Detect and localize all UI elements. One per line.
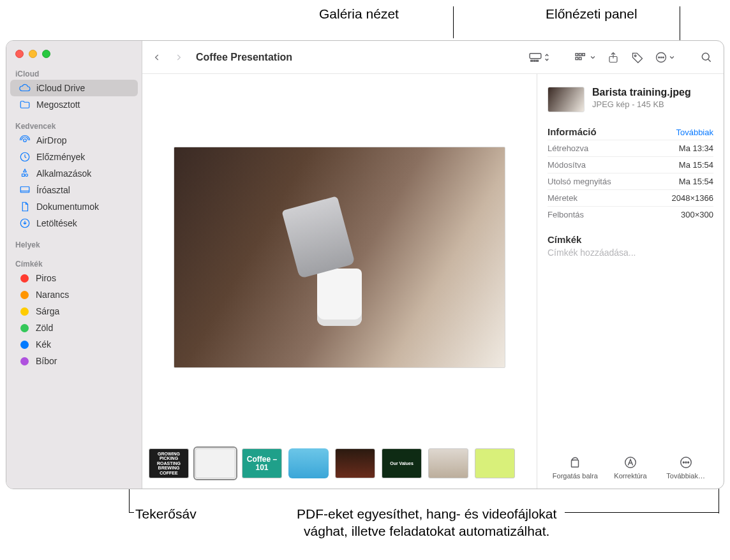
action-label: Forgatás balra	[553, 472, 598, 480]
info-value: Ma 15:54	[679, 177, 713, 186]
tag-dot-icon	[20, 324, 29, 332]
sidebar-item-label: Íróasztal	[36, 185, 70, 195]
sidebar-tag-orange[interactable]: Narancs	[10, 286, 138, 303]
svg-point-19	[702, 53, 709, 60]
svg-rect-8	[576, 53, 578, 55]
callout-thumb-strip: Tekerősáv	[135, 505, 197, 522]
sidebar-tag-red[interactable]: Piros	[10, 270, 138, 286]
thumbnail-item[interactable]: GROWING PICKING ROASTING BREWING COFFEE	[149, 448, 189, 478]
sidebar-item-recents[interactable]: Előzmények	[10, 149, 138, 165]
toolbar: Coffee Presentation	[142, 41, 724, 74]
sidebar-item-label: Dokumentumok	[36, 202, 99, 212]
preview-info-section: Információ Továbbiak	[548, 126, 713, 140]
svg-rect-12	[579, 57, 581, 60]
svg-point-25	[687, 462, 689, 463]
sidebar-item-label: Előzmények	[36, 152, 85, 162]
sidebar-item-documents[interactable]: Dokumentumok	[10, 198, 138, 215]
info-row: Méretek 2048×1366	[548, 189, 713, 206]
close-button[interactable]	[15, 50, 24, 58]
info-key: Méretek	[548, 193, 577, 203]
sidebar-section-icloud: iCloud	[6, 66, 142, 80]
info-value: 300×300	[681, 210, 713, 219]
preview-actions: Forgatás balra Korrektúra Továbbiak…	[548, 449, 713, 482]
thumbnail-item-selected[interactable]	[195, 448, 235, 478]
svg-rect-7	[537, 60, 539, 61]
download-icon	[19, 217, 31, 229]
preview-header: Barista training.jpeg JPEG kép - 145 KB	[548, 87, 713, 112]
thumbnail-strip[interactable]: GROWING PICKING ROASTING BREWING COFFEE …	[142, 441, 537, 489]
zoom-button[interactable]	[42, 50, 50, 58]
sidebar-section-locations: Helyek	[6, 237, 142, 251]
callout-line	[453, 6, 454, 38]
sidebar-item-downloads[interactable]: Letöltések	[10, 215, 138, 232]
action-markup[interactable]: Korrektúra	[605, 455, 656, 480]
sidebar-item-label: AirDrop	[36, 135, 66, 145]
preview-subtitle: JPEG kép - 145 KB	[592, 99, 691, 109]
svg-point-16	[659, 57, 660, 58]
gallery-column: GROWING PICKING ROASTING BREWING COFFEE …	[142, 74, 537, 489]
gallery-main-preview[interactable]	[142, 74, 537, 441]
svg-point-23	[683, 462, 684, 463]
thumbnail-item-folder[interactable]	[288, 448, 329, 478]
thumbnail-label: Coffee – 101	[242, 455, 281, 471]
tag-dot-icon	[20, 291, 29, 299]
thumbnail-item[interactable]	[428, 448, 468, 478]
svg-rect-10	[583, 53, 585, 55]
action-more[interactable]: Továbbiak…	[660, 455, 711, 480]
callout-text: vághat, illetve feladatokat automatizálh…	[304, 524, 549, 538]
info-key: Módosítva	[548, 160, 586, 170]
sidebar-item-applications[interactable]: Alkalmazások	[10, 165, 138, 182]
more-button[interactable]	[652, 48, 678, 66]
svg-rect-4	[530, 53, 541, 58]
sidebar-item-icloud-drive[interactable]: iCloud Drive	[10, 80, 138, 96]
preview-tags-input[interactable]: Címkék hozzáadása...	[548, 247, 713, 258]
finder-window: iCloud iCloud Drive Megosztott Kedvencek…	[6, 40, 724, 489]
sidebar-item-label: Kék	[36, 339, 51, 350]
tag-dot-icon	[20, 357, 29, 365]
share-button[interactable]	[604, 48, 623, 66]
cloud-icon	[19, 82, 31, 94]
thumbnail-item[interactable]	[335, 448, 375, 478]
thumbnail-item[interactable]: Our Values	[382, 448, 422, 478]
sidebar-item-desktop[interactable]: Íróasztal	[10, 182, 138, 198]
doc-icon	[19, 201, 31, 212]
info-row: Utolsó megnyitás Ma 15:54	[548, 173, 713, 189]
more-icon	[679, 455, 693, 469]
sidebar-tag-green[interactable]: Zöld	[10, 320, 138, 336]
sidebar-item-label: Alkalmazások	[36, 168, 91, 179]
view-gallery-button[interactable]	[526, 48, 553, 66]
thumbnail-item[interactable]: Coffee – 101	[242, 448, 282, 478]
sidebar-item-label: Bíbor	[36, 356, 57, 366]
rotate-left-icon	[568, 455, 582, 469]
sidebar: iCloud iCloud Drive Megosztott Kedvencek…	[6, 41, 142, 489]
group-button[interactable]	[572, 48, 599, 66]
callout-line	[719, 485, 719, 513]
sidebar-tag-purple[interactable]: Bíbor	[10, 353, 138, 369]
minimize-button[interactable]	[29, 50, 37, 58]
info-key: Felbontás	[548, 210, 584, 219]
search-button[interactable]	[697, 48, 716, 66]
info-row: Létrehozva Ma 13:34	[548, 140, 713, 156]
preview-thumbnail	[548, 87, 585, 112]
sidebar-item-shared[interactable]: Megosztott	[10, 96, 138, 113]
preview-more-link[interactable]: Továbbiak	[676, 128, 713, 137]
sidebar-item-label: iCloud Drive	[36, 83, 85, 93]
preview-panel: Barista training.jpeg JPEG kép - 145 KB …	[537, 74, 724, 489]
svg-point-0	[24, 139, 27, 142]
sidebar-item-label: Megosztott	[36, 99, 80, 110]
nav-forward-button[interactable]	[170, 49, 187, 66]
info-value: Ma 13:34	[679, 144, 713, 153]
svg-rect-2	[20, 187, 29, 193]
sidebar-item-airdrop[interactable]: AirDrop	[10, 132, 138, 149]
tag-dot-icon	[20, 307, 29, 316]
tags-button[interactable]	[628, 48, 647, 66]
callout-gallery-view: Galéria nézet	[319, 5, 399, 22]
nav-back-button[interactable]	[149, 49, 165, 66]
action-rotate-left[interactable]: Forgatás balra	[549, 455, 600, 480]
sidebar-item-label: Sárga	[36, 306, 59, 316]
sidebar-tag-yellow[interactable]: Sárga	[10, 303, 138, 320]
sidebar-tag-blue[interactable]: Kék	[10, 336, 138, 353]
svg-point-17	[660, 57, 662, 58]
thumbnail-item[interactable]	[475, 448, 515, 478]
tag-dot-icon	[20, 274, 29, 283]
